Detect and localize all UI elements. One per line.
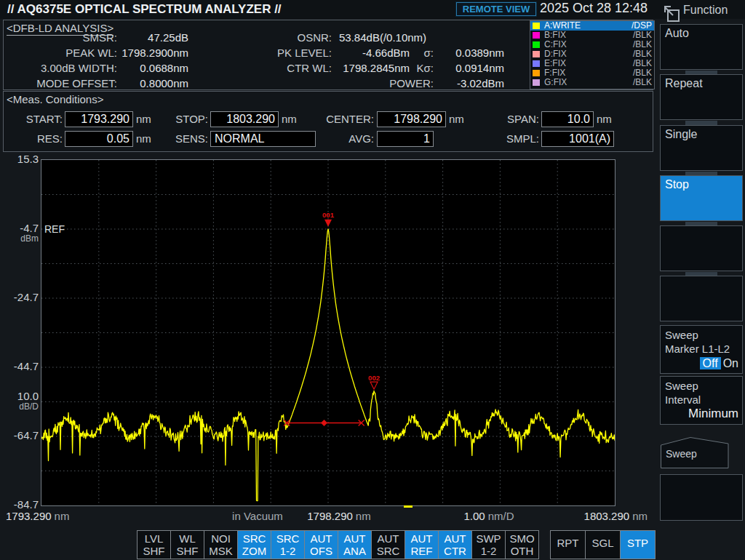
sweep-marker-toggle[interactable]: OffOn bbox=[700, 357, 738, 370]
toggle-off[interactable]: Off bbox=[700, 357, 721, 369]
analysis-line-midpoint-diamond bbox=[321, 420, 327, 426]
sigma-label: σ: bbox=[375, 47, 434, 59]
sidebar-button-blank-5[interactable] bbox=[660, 276, 743, 321]
ksigma-label: Kσ: bbox=[375, 62, 434, 74]
pk-level-label: PK LEVEL: bbox=[266, 47, 332, 59]
trace-color-swatch bbox=[533, 79, 540, 86]
sidebar-button-blank-bottom[interactable] bbox=[660, 474, 743, 521]
sens-label: SENS: bbox=[157, 132, 208, 145]
sigma-value: 0.0389nm bbox=[435, 47, 504, 59]
start-field[interactable]: 1793.290 bbox=[65, 111, 133, 127]
sweep-popup-button[interactable]: Sweep bbox=[660, 436, 730, 469]
softkey-aut-src[interactable]: AUTSRC bbox=[371, 530, 405, 559]
softkey-rpt[interactable]: RPT bbox=[550, 530, 586, 559]
sens-value: NORMAL bbox=[211, 132, 315, 145]
softkey-aut-ref[interactable]: AUTREF bbox=[405, 530, 439, 559]
res-field[interactable]: 0.05 bbox=[65, 131, 133, 147]
y-scale-value: 10.0 bbox=[0, 390, 39, 402]
trace-color-swatch bbox=[533, 41, 540, 48]
sidebar-button-single[interactable]: Single bbox=[660, 125, 743, 171]
stop-field[interactable]: 1803.290 bbox=[210, 111, 279, 127]
peak-wl-value: 1798.2900nm bbox=[119, 47, 188, 59]
function-sidebar: Function AutoRepeatSingleStopSweepMarker… bbox=[658, 0, 745, 560]
center-field[interactable]: 1798.290 bbox=[377, 111, 446, 127]
x-stop-label: 1803.290nm bbox=[527, 510, 648, 522]
softkey-stp[interactable]: STP bbox=[620, 530, 656, 559]
x-start-label: 1793.290nm bbox=[6, 510, 69, 522]
stop-label: STOP: bbox=[157, 113, 208, 125]
trace-row-g[interactable]: G:FIX/BLK bbox=[530, 78, 654, 87]
y-tick-label: -4.7 bbox=[0, 222, 39, 234]
y-tick-label: 15.3 bbox=[0, 153, 39, 165]
ref-line-label: REF bbox=[44, 223, 65, 235]
trace-color-swatch bbox=[533, 32, 540, 39]
meas-conditions-panel: <Meas. Conditions> START:1793.290nmSTOP:… bbox=[3, 91, 653, 152]
softkey-smo-oth[interactable]: SMOOTH bbox=[505, 530, 539, 559]
res-label: RES: bbox=[12, 132, 63, 145]
osa-screen: // AQ6375E OPTICAL SPECTRUM ANALYZER // … bbox=[0, 0, 745, 560]
sens-field[interactable]: NORMAL bbox=[210, 131, 316, 147]
sidebar-button-sweep-interval[interactable]: SweepIntervalMinimum bbox=[660, 376, 743, 425]
spectrum-trace-svg: REF001002 bbox=[41, 160, 615, 505]
meas-conditions-heading: <Meas. Conditions> bbox=[7, 93, 103, 105]
function-header-label: Function bbox=[683, 4, 728, 17]
span-label: SPAN: bbox=[488, 113, 539, 125]
sidebar-button-stop[interactable]: Stop bbox=[660, 175, 743, 221]
marker-002-label: 002 bbox=[368, 374, 380, 382]
power-value: -3.02dBm bbox=[435, 77, 504, 89]
softkey-src-zom[interactable]: SRCZOM bbox=[237, 530, 271, 559]
y-scale-unit: dB/D bbox=[0, 401, 39, 412]
smsr-value: 47.25dB bbox=[119, 31, 188, 44]
start-unit: nm bbox=[136, 113, 151, 125]
width-3db-label: 3.00dB WIDTH: bbox=[8, 62, 117, 74]
softkey-swp-1-2[interactable]: SWP1-2 bbox=[471, 530, 506, 559]
x-center-label: 1798.290nm bbox=[288, 510, 390, 522]
softkey-sgl[interactable]: SGL bbox=[585, 530, 621, 559]
remote-view-badge: REMOTE VIEW bbox=[456, 2, 536, 16]
softkey-wl-shf[interactable]: WLSHF bbox=[170, 530, 204, 559]
trace-color-swatch bbox=[533, 70, 540, 76]
toggle-on[interactable]: On bbox=[723, 357, 738, 369]
datetime: 2025 Oct 28 12:48 bbox=[540, 1, 648, 16]
trace-color-swatch bbox=[533, 51, 540, 57]
sweep-interval-value: Minimum bbox=[688, 407, 738, 421]
span-unit: nm bbox=[597, 113, 612, 125]
center-label: CENTER: bbox=[323, 113, 374, 125]
osnr-value: 53.84dB(/0.10nm) bbox=[339, 31, 426, 44]
peak-wl-label: PEAK WL: bbox=[8, 47, 117, 59]
ctr-wl-label: CTR WL: bbox=[266, 62, 332, 74]
y-tick-label: -24.7 bbox=[0, 291, 39, 303]
softkey-lvl-shf[interactable]: LVLSHF bbox=[137, 530, 171, 559]
avg-value: 1 bbox=[378, 132, 433, 145]
softkey-aut-ana[interactable]: AUTANA bbox=[338, 530, 372, 559]
spectrum-plot: REF001002 bbox=[41, 159, 615, 506]
ksigma-value: 0.0914nm bbox=[435, 62, 504, 74]
sidebar-button-repeat[interactable]: Repeat bbox=[660, 74, 743, 120]
softkey-noi-msk[interactable]: NOIMSK bbox=[204, 530, 238, 559]
sweep-position-tick bbox=[404, 505, 413, 508]
stop-unit: nm bbox=[282, 113, 297, 125]
trace-status: /BLK bbox=[633, 78, 652, 87]
softkey-aut-ofs[interactable]: AUTOFS bbox=[304, 530, 338, 559]
trace-color-swatch bbox=[533, 60, 540, 67]
smpl-field[interactable]: 1001(A) bbox=[541, 131, 614, 147]
softkey-aut-ctr[interactable]: AUTCTR bbox=[438, 530, 472, 559]
width-3db-value: 0.0688nm bbox=[119, 62, 188, 74]
trace-color-swatch bbox=[533, 23, 540, 29]
power-label: POWER: bbox=[375, 77, 434, 89]
avg-field[interactable]: 1 bbox=[377, 131, 434, 147]
sweep-popup-label: Sweep bbox=[666, 448, 697, 460]
sidebar-button-sweep-marker-l1-l2[interactable]: SweepMarker L1-L2OffOn bbox=[660, 325, 743, 374]
span-field[interactable]: 10.0 bbox=[541, 111, 594, 127]
y-tick-label: -84.7 bbox=[0, 498, 39, 511]
smsr-label: SMSR: bbox=[8, 31, 117, 44]
title-bar: // AQ6375E OPTICAL SPECTRUM ANALYZER // … bbox=[0, 0, 745, 19]
sidebar-button-blank-4[interactable] bbox=[660, 225, 743, 271]
res-value: 0.05 bbox=[65, 132, 132, 145]
mode-offset-label: MODE OFFSET: bbox=[8, 77, 117, 89]
trace-legend: A:WRITE/DSPB:FIX/BLKC:FIX/BLKD:FIX/BLKE:… bbox=[530, 20, 655, 89]
softkey-src-1-2[interactable]: SRC1-2 bbox=[271, 530, 305, 559]
x-scale-label: 1.00nm/D bbox=[438, 510, 540, 522]
sidebar-button-auto[interactable]: Auto bbox=[660, 24, 743, 70]
start-value: 1793.290 bbox=[65, 112, 132, 126]
